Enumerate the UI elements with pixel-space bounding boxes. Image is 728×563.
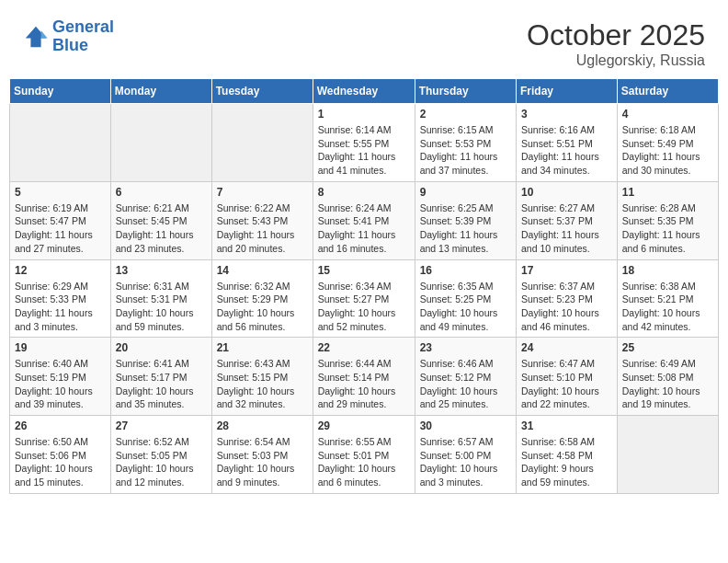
day-info: Sunrise: 6:58 AMSunset: 4:58 PMDaylight:… [521, 435, 612, 489]
calendar-cell [110, 104, 211, 182]
calendar-cell: 18Sunrise: 6:38 AMSunset: 5:21 PMDayligh… [617, 259, 718, 338]
calendar-cell: 10Sunrise: 6:27 AMSunset: 5:37 PMDayligh… [517, 181, 618, 259]
day-number: 26 [15, 419, 106, 432]
day-info: Sunrise: 6:21 AMSunset: 5:45 PMDaylight:… [116, 201, 207, 256]
day-info: Sunrise: 6:41 AMSunset: 5:17 PMDaylight:… [116, 357, 207, 411]
calendar-cell: 14Sunrise: 6:32 AMSunset: 5:29 PMDayligh… [211, 259, 313, 338]
day-number: 2 [420, 108, 511, 121]
calendar-cell: 24Sunrise: 6:47 AMSunset: 5:10 PMDayligh… [517, 338, 618, 416]
day-info: Sunrise: 6:54 AMSunset: 5:03 PMDaylight:… [217, 435, 308, 489]
calendar-cell: 21Sunrise: 6:43 AMSunset: 5:15 PMDayligh… [211, 338, 313, 416]
day-info: Sunrise: 6:24 AMSunset: 5:41 PMDaylight:… [318, 201, 410, 256]
calendar-cell: 11Sunrise: 6:28 AMSunset: 5:35 PMDayligh… [617, 181, 718, 259]
day-info: Sunrise: 6:49 AMSunset: 5:08 PMDaylight:… [622, 357, 713, 411]
day-number: 7 [217, 186, 308, 199]
day-number: 21 [217, 341, 308, 354]
day-number: 9 [420, 186, 511, 199]
calendar-week-3: 12Sunrise: 6:29 AMSunset: 5:33 PMDayligh… [10, 259, 719, 338]
column-header-friday: Friday [517, 79, 618, 104]
day-info: Sunrise: 6:55 AMSunset: 5:01 PMDaylight:… [318, 435, 410, 489]
calendar-cell: 9Sunrise: 6:25 AMSunset: 5:39 PMDaylight… [415, 181, 516, 259]
column-header-sunday: Sunday [10, 79, 111, 104]
day-number: 14 [217, 264, 308, 277]
column-header-wednesday: Wednesday [313, 79, 415, 104]
calendar-cell: 25Sunrise: 6:49 AMSunset: 5:08 PMDayligh… [617, 338, 718, 416]
logo-line2: Blue [52, 36, 88, 54]
calendar-table: SundayMondayTuesdayWednesdayThursdayFrid… [9, 78, 719, 494]
calendar-cell: 16Sunrise: 6:35 AMSunset: 5:25 PMDayligh… [415, 259, 516, 338]
day-number: 16 [420, 264, 511, 277]
day-info: Sunrise: 6:14 AMSunset: 5:55 PMDaylight:… [318, 123, 410, 178]
day-number: 3 [521, 108, 612, 121]
calendar-cell: 20Sunrise: 6:41 AMSunset: 5:17 PMDayligh… [110, 338, 211, 416]
calendar-cell: 31Sunrise: 6:58 AMSunset: 4:58 PMDayligh… [517, 416, 618, 494]
calendar-cell: 3Sunrise: 6:16 AMSunset: 5:51 PMDaylight… [517, 104, 618, 182]
calendar-week-2: 5Sunrise: 6:19 AMSunset: 5:47 PMDaylight… [10, 181, 719, 259]
day-number: 27 [116, 419, 207, 432]
calendar-cell [617, 416, 718, 494]
day-number: 28 [217, 419, 308, 432]
calendar-cell [10, 104, 111, 182]
calendar-cell: 7Sunrise: 6:22 AMSunset: 5:43 PMDaylight… [211, 181, 313, 259]
logo-icon [23, 24, 49, 50]
day-info: Sunrise: 6:31 AMSunset: 5:31 PMDaylight:… [116, 280, 207, 334]
calendar-cell [211, 104, 313, 182]
day-number: 20 [116, 341, 207, 354]
calendar-cell: 4Sunrise: 6:18 AMSunset: 5:49 PMDaylight… [617, 104, 718, 182]
day-number: 4 [622, 108, 713, 121]
column-header-saturday: Saturday [617, 79, 718, 104]
calendar-cell: 2Sunrise: 6:15 AMSunset: 5:53 PMDaylight… [415, 104, 516, 182]
day-info: Sunrise: 6:52 AMSunset: 5:05 PMDaylight:… [116, 435, 207, 489]
logo-line1: General [52, 17, 114, 36]
day-number: 29 [318, 419, 410, 432]
day-info: Sunrise: 6:15 AMSunset: 5:53 PMDaylight:… [420, 123, 511, 178]
day-info: Sunrise: 6:35 AMSunset: 5:25 PMDaylight:… [420, 280, 511, 334]
day-info: Sunrise: 6:19 AMSunset: 5:47 PMDaylight:… [15, 201, 106, 256]
day-info: Sunrise: 6:16 AMSunset: 5:51 PMDaylight:… [521, 123, 612, 178]
day-number: 1 [318, 108, 410, 121]
day-info: Sunrise: 6:38 AMSunset: 5:21 PMDaylight:… [622, 280, 713, 334]
calendar-week-1: 1Sunrise: 6:14 AMSunset: 5:55 PMDaylight… [10, 104, 719, 182]
calendar-cell: 8Sunrise: 6:24 AMSunset: 5:41 PMDaylight… [313, 181, 415, 259]
calendar-cell: 26Sunrise: 6:50 AMSunset: 5:06 PMDayligh… [10, 416, 111, 494]
day-info: Sunrise: 6:29 AMSunset: 5:33 PMDaylight:… [15, 280, 106, 334]
day-number: 17 [521, 264, 612, 277]
day-info: Sunrise: 6:40 AMSunset: 5:19 PMDaylight:… [15, 357, 106, 411]
day-info: Sunrise: 6:32 AMSunset: 5:29 PMDaylight:… [217, 280, 308, 334]
day-info: Sunrise: 6:47 AMSunset: 5:10 PMDaylight:… [521, 357, 612, 411]
calendar-cell: 28Sunrise: 6:54 AMSunset: 5:03 PMDayligh… [211, 416, 313, 494]
day-number: 25 [622, 341, 713, 354]
calendar-cell: 12Sunrise: 6:29 AMSunset: 5:33 PMDayligh… [10, 259, 111, 338]
day-info: Sunrise: 6:37 AMSunset: 5:23 PMDaylight:… [521, 280, 612, 334]
logo-text: General Blue [52, 18, 114, 55]
day-info: Sunrise: 6:46 AMSunset: 5:12 PMDaylight:… [420, 357, 511, 411]
day-number: 24 [521, 341, 612, 354]
calendar-title: October 2025 [527, 18, 705, 52]
calendar-cell: 6Sunrise: 6:21 AMSunset: 5:45 PMDaylight… [110, 181, 211, 259]
column-header-thursday: Thursday [415, 79, 516, 104]
page-header: General Blue October 2025 Uglegorskiy, R… [9, 9, 719, 74]
day-number: 31 [521, 419, 612, 432]
day-number: 11 [622, 186, 713, 199]
calendar-cell: 15Sunrise: 6:34 AMSunset: 5:27 PMDayligh… [313, 259, 415, 338]
calendar-week-4: 19Sunrise: 6:40 AMSunset: 5:19 PMDayligh… [10, 338, 719, 416]
day-number: 22 [318, 341, 410, 354]
day-number: 6 [116, 186, 207, 199]
day-number: 19 [15, 341, 106, 354]
day-number: 13 [116, 264, 207, 277]
day-info: Sunrise: 6:34 AMSunset: 5:27 PMDaylight:… [318, 280, 410, 334]
calendar-cell: 1Sunrise: 6:14 AMSunset: 5:55 PMDaylight… [313, 104, 415, 182]
day-info: Sunrise: 6:18 AMSunset: 5:49 PMDaylight:… [622, 123, 713, 178]
calendar-cell: 19Sunrise: 6:40 AMSunset: 5:19 PMDayligh… [10, 338, 111, 416]
day-number: 30 [420, 419, 511, 432]
day-number: 10 [521, 186, 612, 199]
day-number: 23 [420, 341, 511, 354]
day-info: Sunrise: 6:43 AMSunset: 5:15 PMDaylight:… [217, 357, 308, 411]
calendar-header-row: SundayMondayTuesdayWednesdayThursdayFrid… [10, 79, 719, 104]
day-info: Sunrise: 6:25 AMSunset: 5:39 PMDaylight:… [420, 201, 511, 256]
calendar-cell: 29Sunrise: 6:55 AMSunset: 5:01 PMDayligh… [313, 416, 415, 494]
svg-marker-1 [41, 30, 48, 38]
day-info: Sunrise: 6:28 AMSunset: 5:35 PMDaylight:… [622, 201, 713, 256]
day-info: Sunrise: 6:57 AMSunset: 5:00 PMDaylight:… [420, 435, 511, 489]
calendar-cell: 23Sunrise: 6:46 AMSunset: 5:12 PMDayligh… [415, 338, 516, 416]
